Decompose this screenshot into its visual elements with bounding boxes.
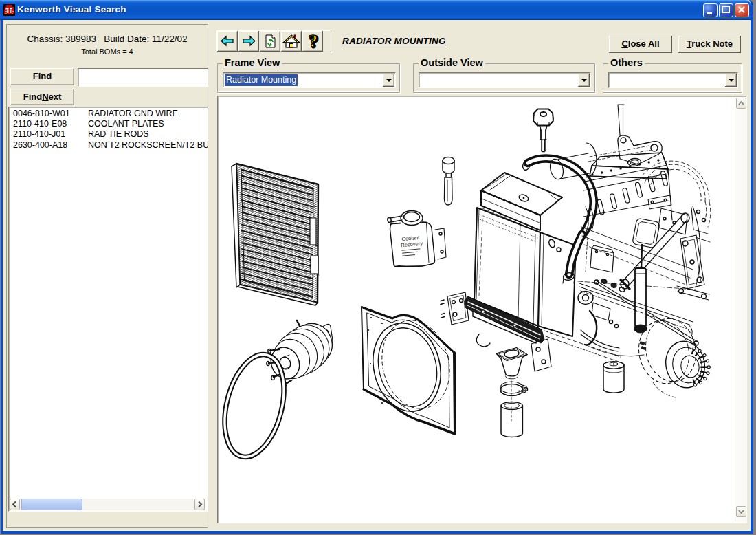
- svg-text:Recovery: Recovery: [401, 241, 423, 249]
- svg-text:?: ?: [309, 31, 318, 51]
